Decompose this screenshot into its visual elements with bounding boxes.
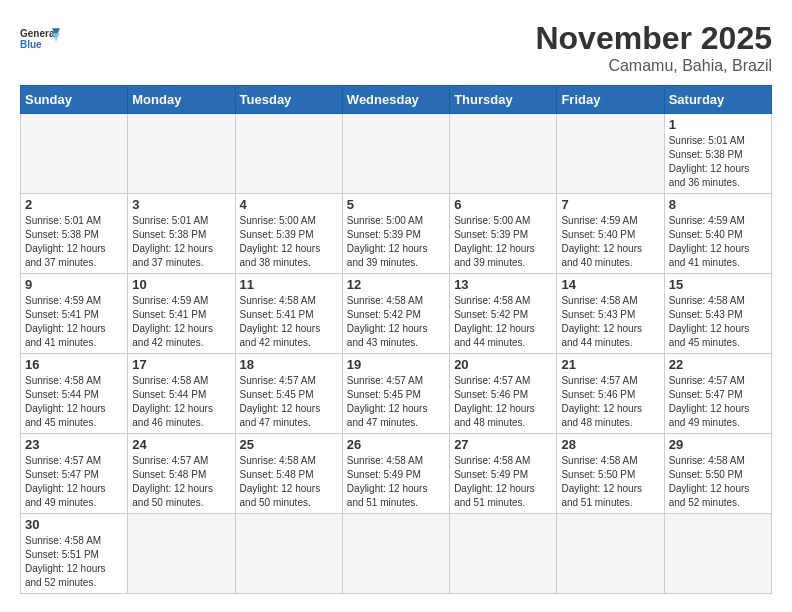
day-info: Sunrise: 4:57 AMSunset: 5:45 PMDaylight:… xyxy=(240,374,338,430)
day-number: 3 xyxy=(132,197,230,212)
header-saturday: Saturday xyxy=(664,86,771,114)
day-info: Sunrise: 4:57 AMSunset: 5:46 PMDaylight:… xyxy=(561,374,659,430)
day-5: 5 Sunrise: 5:00 AMSunset: 5:39 PMDayligh… xyxy=(342,194,449,274)
empty-cell xyxy=(128,514,235,594)
day-25: 25 Sunrise: 4:58 AMSunset: 5:48 PMDaylig… xyxy=(235,434,342,514)
day-number: 4 xyxy=(240,197,338,212)
day-number: 6 xyxy=(454,197,552,212)
day-info: Sunrise: 4:59 AMSunset: 5:41 PMDaylight:… xyxy=(132,294,230,350)
day-4: 4 Sunrise: 5:00 AMSunset: 5:39 PMDayligh… xyxy=(235,194,342,274)
header-tuesday: Tuesday xyxy=(235,86,342,114)
calendar-row-5: 23 Sunrise: 4:57 AMSunset: 5:47 PMDaylig… xyxy=(21,434,772,514)
svg-text:General: General xyxy=(20,28,57,39)
day-number: 19 xyxy=(347,357,445,372)
day-info: Sunrise: 4:58 AMSunset: 5:44 PMDaylight:… xyxy=(132,374,230,430)
day-number: 25 xyxy=(240,437,338,452)
day-info: Sunrise: 4:58 AMSunset: 5:41 PMDaylight:… xyxy=(240,294,338,350)
day-info: Sunrise: 5:01 AMSunset: 5:38 PMDaylight:… xyxy=(132,214,230,270)
day-number: 20 xyxy=(454,357,552,372)
day-21: 21 Sunrise: 4:57 AMSunset: 5:46 PMDaylig… xyxy=(557,354,664,434)
month-title: November 2025 xyxy=(535,20,772,57)
empty-cell xyxy=(342,114,449,194)
day-number: 26 xyxy=(347,437,445,452)
day-11: 11 Sunrise: 4:58 AMSunset: 5:41 PMDaylig… xyxy=(235,274,342,354)
day-info: Sunrise: 4:58 AMSunset: 5:50 PMDaylight:… xyxy=(669,454,767,510)
day-info: Sunrise: 4:58 AMSunset: 5:51 PMDaylight:… xyxy=(25,534,123,590)
day-info: Sunrise: 4:58 AMSunset: 5:43 PMDaylight:… xyxy=(561,294,659,350)
calendar-row-2: 2 Sunrise: 5:01 AMSunset: 5:38 PMDayligh… xyxy=(21,194,772,274)
day-info: Sunrise: 4:58 AMSunset: 5:42 PMDaylight:… xyxy=(347,294,445,350)
day-2: 2 Sunrise: 5:01 AMSunset: 5:38 PMDayligh… xyxy=(21,194,128,274)
day-10: 10 Sunrise: 4:59 AMSunset: 5:41 PMDaylig… xyxy=(128,274,235,354)
empty-cell xyxy=(450,114,557,194)
svg-text:Blue: Blue xyxy=(20,39,42,50)
title-area: November 2025 Camamu, Bahia, Brazil xyxy=(535,20,772,75)
day-info: Sunrise: 4:57 AMSunset: 5:47 PMDaylight:… xyxy=(25,454,123,510)
empty-cell xyxy=(450,514,557,594)
day-24: 24 Sunrise: 4:57 AMSunset: 5:48 PMDaylig… xyxy=(128,434,235,514)
day-13: 13 Sunrise: 4:58 AMSunset: 5:42 PMDaylig… xyxy=(450,274,557,354)
day-number: 18 xyxy=(240,357,338,372)
day-info: Sunrise: 4:57 AMSunset: 5:46 PMDaylight:… xyxy=(454,374,552,430)
day-17: 17 Sunrise: 4:58 AMSunset: 5:44 PMDaylig… xyxy=(128,354,235,434)
header-sunday: Sunday xyxy=(21,86,128,114)
header-wednesday: Wednesday xyxy=(342,86,449,114)
calendar-row-1: 1 Sunrise: 5:01 AMSunset: 5:38 PMDayligh… xyxy=(21,114,772,194)
day-19: 19 Sunrise: 4:57 AMSunset: 5:45 PMDaylig… xyxy=(342,354,449,434)
header-friday: Friday xyxy=(557,86,664,114)
day-number: 29 xyxy=(669,437,767,452)
day-number: 8 xyxy=(669,197,767,212)
day-number: 7 xyxy=(561,197,659,212)
day-6: 6 Sunrise: 5:00 AMSunset: 5:39 PMDayligh… xyxy=(450,194,557,274)
day-number: 22 xyxy=(669,357,767,372)
day-info: Sunrise: 4:59 AMSunset: 5:41 PMDaylight:… xyxy=(25,294,123,350)
day-number: 24 xyxy=(132,437,230,452)
day-info: Sunrise: 5:00 AMSunset: 5:39 PMDaylight:… xyxy=(240,214,338,270)
day-info: Sunrise: 4:57 AMSunset: 5:47 PMDaylight:… xyxy=(669,374,767,430)
day-info: Sunrise: 5:00 AMSunset: 5:39 PMDaylight:… xyxy=(454,214,552,270)
calendar-row-6: 30 Sunrise: 4:58 AMSunset: 5:51 PMDaylig… xyxy=(21,514,772,594)
day-info: Sunrise: 4:57 AMSunset: 5:45 PMDaylight:… xyxy=(347,374,445,430)
day-30: 30 Sunrise: 4:58 AMSunset: 5:51 PMDaylig… xyxy=(21,514,128,594)
weekday-header-row: Sunday Monday Tuesday Wednesday Thursday… xyxy=(21,86,772,114)
day-number: 28 xyxy=(561,437,659,452)
day-1: 1 Sunrise: 5:01 AMSunset: 5:38 PMDayligh… xyxy=(664,114,771,194)
day-info: Sunrise: 4:58 AMSunset: 5:49 PMDaylight:… xyxy=(454,454,552,510)
day-14: 14 Sunrise: 4:58 AMSunset: 5:43 PMDaylig… xyxy=(557,274,664,354)
day-number: 1 xyxy=(669,117,767,132)
calendar-table: Sunday Monday Tuesday Wednesday Thursday… xyxy=(20,85,772,594)
header-thursday: Thursday xyxy=(450,86,557,114)
day-info: Sunrise: 4:58 AMSunset: 5:49 PMDaylight:… xyxy=(347,454,445,510)
empty-cell xyxy=(235,114,342,194)
day-8: 8 Sunrise: 4:59 AMSunset: 5:40 PMDayligh… xyxy=(664,194,771,274)
empty-cell xyxy=(557,114,664,194)
calendar-row-3: 9 Sunrise: 4:59 AMSunset: 5:41 PMDayligh… xyxy=(21,274,772,354)
day-26: 26 Sunrise: 4:58 AMSunset: 5:49 PMDaylig… xyxy=(342,434,449,514)
day-number: 14 xyxy=(561,277,659,292)
day-number: 12 xyxy=(347,277,445,292)
day-number: 17 xyxy=(132,357,230,372)
day-number: 27 xyxy=(454,437,552,452)
day-number: 30 xyxy=(25,517,123,532)
day-number: 2 xyxy=(25,197,123,212)
page-header: General Blue November 2025 Camamu, Bahia… xyxy=(20,20,772,75)
logo-icon: General Blue xyxy=(20,20,60,60)
day-15: 15 Sunrise: 4:58 AMSunset: 5:43 PMDaylig… xyxy=(664,274,771,354)
day-info: Sunrise: 4:59 AMSunset: 5:40 PMDaylight:… xyxy=(561,214,659,270)
day-info: Sunrise: 4:58 AMSunset: 5:44 PMDaylight:… xyxy=(25,374,123,430)
day-number: 15 xyxy=(669,277,767,292)
day-number: 10 xyxy=(132,277,230,292)
day-info: Sunrise: 4:58 AMSunset: 5:50 PMDaylight:… xyxy=(561,454,659,510)
day-info: Sunrise: 5:01 AMSunset: 5:38 PMDaylight:… xyxy=(669,134,767,190)
logo: General Blue xyxy=(20,20,60,60)
day-18: 18 Sunrise: 4:57 AMSunset: 5:45 PMDaylig… xyxy=(235,354,342,434)
day-22: 22 Sunrise: 4:57 AMSunset: 5:47 PMDaylig… xyxy=(664,354,771,434)
empty-cell xyxy=(557,514,664,594)
day-28: 28 Sunrise: 4:58 AMSunset: 5:50 PMDaylig… xyxy=(557,434,664,514)
day-20: 20 Sunrise: 4:57 AMSunset: 5:46 PMDaylig… xyxy=(450,354,557,434)
day-9: 9 Sunrise: 4:59 AMSunset: 5:41 PMDayligh… xyxy=(21,274,128,354)
day-number: 9 xyxy=(25,277,123,292)
day-16: 16 Sunrise: 4:58 AMSunset: 5:44 PMDaylig… xyxy=(21,354,128,434)
day-12: 12 Sunrise: 4:58 AMSunset: 5:42 PMDaylig… xyxy=(342,274,449,354)
day-info: Sunrise: 4:57 AMSunset: 5:48 PMDaylight:… xyxy=(132,454,230,510)
